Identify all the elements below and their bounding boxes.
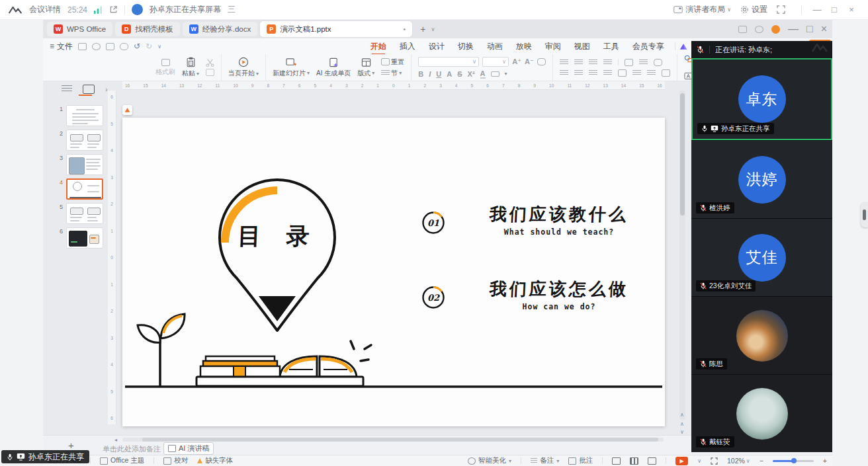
comment-button[interactable]: 批注 — [568, 456, 593, 465]
qat-caret-icon[interactable]: ∨ — [157, 44, 161, 50]
help-icon[interactable] — [755, 26, 763, 33]
reading-view-button[interactable] — [648, 457, 656, 465]
collapsed-panel-handle[interactable] — [861, 202, 868, 227]
member-list-icon[interactable]: 三 — [228, 4, 236, 15]
superscript-button[interactable]: X² — [468, 70, 475, 78]
shrink-font-button[interactable]: A⁻ — [525, 58, 534, 66]
notes-toggle-button[interactable]: 备注▾ — [531, 456, 559, 465]
zoom-slider-knob[interactable] — [791, 458, 797, 463]
shadow-button[interactable]: S — [457, 70, 462, 78]
menu-review[interactable]: 审阅 — [539, 41, 568, 52]
font-color-caret-icon[interactable]: ▾ — [505, 71, 507, 77]
italic-button[interactable]: I — [429, 70, 431, 78]
print-icon[interactable] — [106, 43, 114, 50]
ai-script-button[interactable]: AI 演讲稿 — [163, 442, 214, 455]
meeting-close-button[interactable]: × — [843, 5, 860, 15]
slide-thumbnail-3[interactable] — [66, 154, 103, 175]
horizontal-scrollbar-thumb[interactable] — [142, 438, 658, 442]
undo-button[interactable]: ↺ — [134, 42, 140, 51]
slide-thumbnail-4-selected[interactable] — [66, 178, 103, 200]
sharing-float-badge[interactable]: 孙卓东正在共享 — [1, 450, 89, 463]
slide-canvas[interactable]: 01 02 目 录 我们应该教什么 What should we teach? … — [122, 118, 665, 426]
slide-thumbnail-5[interactable] — [66, 203, 103, 224]
file-menu[interactable]: 文件 — [57, 41, 73, 52]
normal-view-button[interactable] — [612, 457, 621, 465]
bullets-icon[interactable] — [560, 59, 568, 65]
align-right-icon[interactable] — [589, 70, 597, 76]
wps-ai-float-button[interactable] — [122, 105, 132, 115]
meeting-minimize-button[interactable]: — — [808, 5, 826, 15]
tab-wps-home[interactable]: W WPS Office — [47, 22, 112, 36]
meeting-maximize-button[interactable]: □ — [826, 5, 843, 15]
fullscreen-icon[interactable] — [777, 5, 785, 14]
fit-window-icon[interactable] — [711, 457, 718, 465]
slide-thumbnail-2[interactable] — [66, 130, 103, 151]
menu-animation[interactable]: 动画 — [480, 41, 509, 52]
wps-minimize-button[interactable]: — — [788, 23, 799, 35]
video-tile[interactable]: 陈思 — [691, 296, 832, 374]
meeting-detail-link[interactable]: 会议详情 — [29, 4, 61, 15]
vertical-scrollbar-thumb[interactable] — [680, 93, 685, 215]
account-avatar[interactable] — [771, 25, 780, 34]
slide-view-tab[interactable] — [83, 85, 95, 94]
font-family-combo[interactable]: ∨ — [418, 57, 479, 67]
wps-maximize-button[interactable]: □ — [806, 23, 813, 35]
notes-placeholder[interactable]: 单击此处添加备注 — [103, 444, 161, 454]
video-tile-sharer[interactable]: 卓东 孙卓东正在共享 — [691, 58, 832, 140]
align-objects-icon[interactable] — [662, 69, 670, 77]
reset-button[interactable]: 重置 — [391, 58, 404, 67]
copy-icon[interactable] — [206, 69, 214, 76]
strike-button[interactable]: A — [447, 70, 452, 78]
tab-docer-templates[interactable]: D 找稻壳模板 — [115, 22, 180, 36]
clear-format-icon[interactable] — [537, 58, 546, 65]
numbering-icon[interactable] — [574, 59, 583, 65]
justify-icon[interactable] — [603, 70, 612, 76]
cloud-sync-icon[interactable] — [120, 43, 128, 50]
align-center-icon[interactable] — [574, 70, 583, 76]
missing-font-warning[interactable]: 缺失字体 — [197, 456, 233, 465]
menu-home[interactable]: 开始 — [364, 41, 393, 52]
output-icon[interactable] — [92, 43, 101, 50]
new-tab-button[interactable]: + — [420, 24, 425, 34]
align-left-icon[interactable] — [560, 70, 568, 76]
menu-slideshow[interactable]: 放映 — [509, 41, 539, 52]
menu-insert[interactable]: 插入 — [393, 41, 422, 52]
slide-sorter-view-button[interactable] — [630, 457, 638, 465]
zoom-slider[interactable] — [773, 460, 814, 462]
slide-thumbnail-1[interactable] — [66, 105, 103, 126]
proofread-button[interactable]: 校对 — [163, 456, 188, 465]
columns-icon[interactable] — [632, 70, 641, 76]
settings-button[interactable]: 设置 — [752, 4, 767, 15]
menu-transition[interactable]: 切换 — [451, 41, 480, 52]
zoom-out-button[interactable]: − — [760, 457, 763, 465]
zoom-level[interactable]: 102%∨ — [727, 457, 750, 465]
menu-member[interactable]: 会员专享 — [626, 41, 671, 52]
tab-pptx-active[interactable]: P 演示文稿1.pptx • — [260, 21, 412, 37]
outline-view-tab[interactable] — [62, 85, 72, 93]
ai-generate-page-button[interactable]: AI 生成单页 — [316, 58, 351, 78]
tab-list-caret-icon[interactable]: ∨ — [431, 26, 435, 32]
save-icon[interactable] — [78, 43, 87, 50]
popout-icon[interactable] — [109, 5, 118, 14]
tab-docx-document[interactable]: W 经验分享.docx — [183, 22, 258, 36]
bold-button[interactable]: B — [418, 70, 423, 78]
scroll-left-arrow[interactable]: ◂ — [114, 437, 117, 443]
underline-button[interactable]: U — [436, 70, 441, 78]
collaborate-icon[interactable] — [738, 26, 747, 33]
add-slide-button[interactable]: + — [68, 440, 74, 451]
wps-close-button[interactable]: × — [821, 23, 827, 35]
zoom-in-button[interactable]: + — [823, 457, 827, 465]
font-size-combo[interactable]: ∨ — [482, 57, 509, 67]
section-button[interactable]: 节 — [391, 69, 398, 78]
line-spacing-icon[interactable] — [639, 59, 648, 65]
paragraph-layout-icon[interactable] — [654, 59, 662, 66]
start-from-page-button[interactable]: 当页开始▾ — [228, 57, 259, 78]
slideshow-play-button[interactable]: ▶ — [675, 457, 688, 465]
menu-tools[interactable]: 工具 — [597, 41, 626, 52]
font-color-button[interactable]: A — [480, 69, 486, 79]
increase-indent-icon[interactable] — [603, 59, 612, 65]
format-painter-button[interactable]: 格式刷 — [155, 59, 175, 77]
distribute-icon[interactable] — [618, 69, 627, 77]
highlight-color-icon[interactable] — [491, 71, 499, 77]
cut-icon[interactable] — [206, 59, 214, 67]
